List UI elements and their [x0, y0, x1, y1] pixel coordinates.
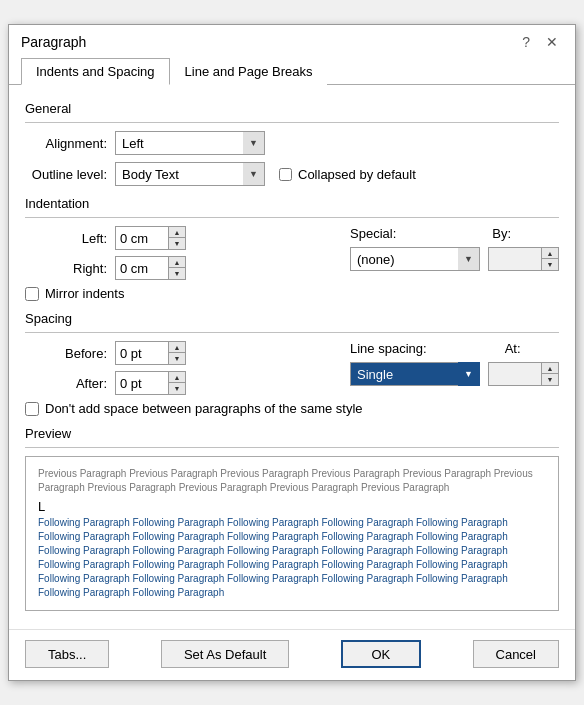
before-row: Before: ▲ ▼	[25, 341, 186, 365]
at-input[interactable]	[489, 363, 541, 385]
preview-main-char: L	[38, 499, 546, 514]
before-label: Before:	[25, 346, 115, 361]
close-button[interactable]: ✕	[541, 33, 563, 51]
preview-divider	[25, 447, 559, 448]
right-indent-row: Right: ▲ ▼	[25, 256, 186, 280]
at-label-placeholder	[435, 341, 497, 356]
at-up[interactable]: ▲	[542, 363, 558, 374]
at-down[interactable]: ▼	[542, 374, 558, 385]
after-spinner-buttons: ▲ ▼	[168, 372, 185, 394]
after-label: After:	[25, 376, 115, 391]
before-input[interactable]	[116, 342, 168, 364]
outline-row: Outline level: Body Text Level 1 Level 2…	[25, 162, 559, 186]
left-indent-up[interactable]: ▲	[169, 227, 185, 238]
indentation-divider	[25, 217, 559, 218]
right-indent-input[interactable]	[116, 257, 168, 279]
by-spinner: ▲ ▼	[488, 247, 559, 271]
special-row: Special: By:	[350, 226, 559, 241]
preview-section: Preview Previous Paragraph Previous Para…	[25, 426, 559, 611]
collapsed-label: Collapsed by default	[298, 167, 416, 182]
dialog-title: Paragraph	[21, 34, 86, 50]
preview-following-paragraph: Following Paragraph Following Paragraph …	[38, 516, 546, 600]
help-button[interactable]: ?	[517, 33, 535, 51]
line-spacing-select-row: Single 1.5 lines Double At least Exactly…	[350, 362, 559, 386]
by-down[interactable]: ▼	[542, 259, 558, 270]
preview-box: Previous Paragraph Previous Paragraph Pr…	[25, 456, 559, 611]
tabs-button[interactable]: Tabs...	[25, 640, 109, 668]
right-indent-spinner-buttons: ▲ ▼	[168, 257, 185, 279]
paragraph-dialog: Paragraph ? ✕ Indents and Spacing Line a…	[8, 24, 576, 681]
left-indent-spinner: ▲ ▼	[115, 226, 186, 250]
preview-section-label: Preview	[25, 426, 559, 441]
tab-bar: Indents and Spacing Line and Page Breaks	[9, 57, 575, 85]
tab-indents-spacing[interactable]: Indents and Spacing	[21, 58, 170, 85]
dont-add-space-label: Don't add space between paragraphs of th…	[45, 401, 363, 416]
after-up[interactable]: ▲	[169, 372, 185, 383]
alignment-select-wrapper: Left Centered Right Justified ▼	[115, 131, 265, 155]
special-select[interactable]: (none) First line Hanging	[350, 247, 480, 271]
spacing-section-label: Spacing	[25, 311, 559, 326]
preview-previous-paragraph: Previous Paragraph Previous Paragraph Pr…	[38, 467, 546, 495]
tab-line-page-breaks[interactable]: Line and Page Breaks	[170, 58, 328, 85]
right-indent-up[interactable]: ▲	[169, 257, 185, 268]
indentation-right-col: Special: By: (none) First line Hanging ▼	[350, 226, 559, 271]
line-spacing-label: Line spacing:	[350, 341, 427, 356]
by-label-placeholder	[404, 226, 484, 241]
set-default-button[interactable]: Set As Default	[161, 640, 289, 668]
tab-indents-spacing-label: Indents and Spacing	[36, 64, 155, 79]
after-down[interactable]: ▼	[169, 383, 185, 394]
special-select-row: (none) First line Hanging ▼ ▲ ▼	[350, 247, 559, 271]
collapsed-checkbox[interactable]	[279, 168, 292, 181]
spacing-section: Spacing Before: ▲ ▼	[25, 311, 559, 416]
before-spinner-buttons: ▲ ▼	[168, 342, 185, 364]
title-bar: Paragraph ? ✕	[9, 25, 575, 57]
before-up[interactable]: ▲	[169, 342, 185, 353]
general-section-label: General	[25, 101, 559, 116]
alignment-row: Alignment: Left Centered Right Justified…	[25, 131, 559, 155]
right-indent-down[interactable]: ▼	[169, 268, 185, 279]
before-label-text: Before:	[65, 346, 107, 361]
line-spacing-select-wrapper: Single 1.5 lines Double At least Exactly…	[350, 362, 480, 386]
after-label-text: After:	[76, 376, 107, 391]
cancel-button[interactable]: Cancel	[473, 640, 559, 668]
mirror-indents-label: Mirror indents	[45, 286, 124, 301]
dont-add-space-checkbox[interactable]	[25, 402, 39, 416]
right-indent-label: Right:	[25, 261, 115, 276]
left-indent-input[interactable]	[116, 227, 168, 249]
after-row: After: ▲ ▼	[25, 371, 186, 395]
left-indent-spinner-buttons: ▲ ▼	[168, 227, 185, 249]
title-bar-buttons: ? ✕	[517, 33, 563, 51]
outline-label: Outline level:	[25, 167, 115, 182]
before-spinner: ▲ ▼	[115, 341, 186, 365]
line-spacing-header-row: Line spacing: At:	[350, 341, 559, 356]
by-up[interactable]: ▲	[542, 248, 558, 259]
outline-select[interactable]: Body Text Level 1 Level 2 Level 3	[115, 162, 265, 186]
left-indent-label-text: Left:	[82, 231, 107, 246]
left-indent-row: Left: ▲ ▼	[25, 226, 186, 250]
outline-select-wrapper: Body Text Level 1 Level 2 Level 3 ▼	[115, 162, 265, 186]
spacing-main-row: Before: ▲ ▼ After:	[25, 341, 559, 395]
left-indent-label: Left:	[25, 231, 115, 246]
indentation-section-label: Indentation	[25, 196, 559, 211]
spacing-right-col: Line spacing: At: Single 1.5 lines Doubl…	[350, 341, 559, 386]
line-spacing-select[interactable]: Single 1.5 lines Double At least Exactly…	[350, 362, 480, 386]
spacing-left-col: Before: ▲ ▼ After:	[25, 341, 186, 395]
left-indent-down[interactable]: ▼	[169, 238, 185, 249]
collapsed-wrapper: Collapsed by default	[279, 167, 416, 182]
indentation-main-row: Left: ▲ ▼ Right:	[25, 226, 559, 280]
before-down[interactable]: ▼	[169, 353, 185, 364]
by-input[interactable]	[489, 248, 541, 270]
by-spinner-buttons: ▲ ▼	[541, 248, 558, 270]
special-label: Special:	[350, 226, 396, 241]
after-spinner: ▲ ▼	[115, 371, 186, 395]
mirror-indents-checkbox[interactable]	[25, 287, 39, 301]
alignment-label: Alignment:	[25, 136, 115, 151]
general-divider	[25, 122, 559, 123]
at-spinner: ▲ ▼	[488, 362, 559, 386]
indentation-left-col: Left: ▲ ▼ Right:	[25, 226, 186, 280]
after-input[interactable]	[116, 372, 168, 394]
dialog-content: General Alignment: Left Centered Right J…	[9, 85, 575, 629]
alignment-select[interactable]: Left Centered Right Justified	[115, 131, 265, 155]
ok-button[interactable]: OK	[341, 640, 421, 668]
tab-line-page-breaks-label: Line and Page Breaks	[185, 64, 313, 79]
